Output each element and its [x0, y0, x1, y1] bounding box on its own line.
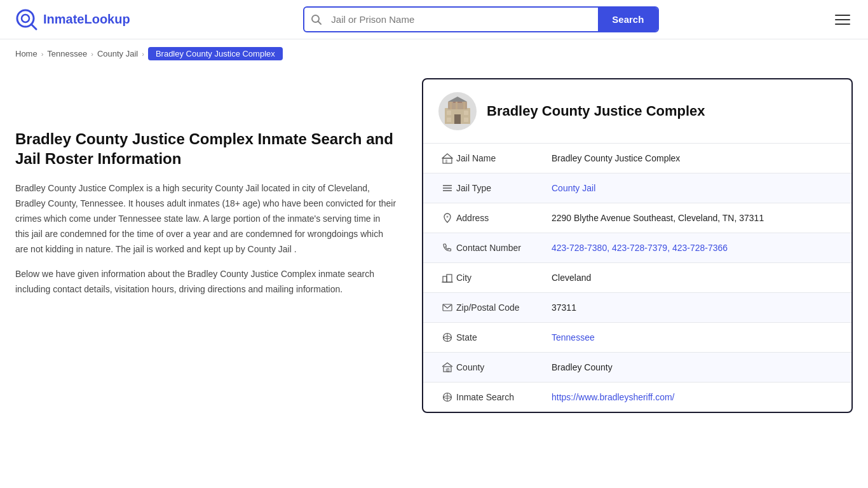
row-icon-inmate-search — [438, 391, 456, 403]
info-rows: Jail Name Bradley County Justice Complex… — [423, 144, 851, 412]
search-button[interactable]: Search — [598, 8, 658, 31]
row-value-zip: 37311 — [552, 302, 836, 313]
svg-rect-25 — [447, 274, 452, 282]
card-header: Bradley County Justice Complex — [423, 79, 851, 144]
row-label-address: Address — [456, 213, 552, 223]
row-label-contact: Contact Number — [456, 243, 552, 253]
row-value-contact: 423-728-7380, 423-728-7379, 423-728-7366 — [552, 243, 836, 253]
menu-line-2 — [835, 19, 850, 20]
svg-rect-11 — [464, 111, 468, 115]
row-label-state: State — [456, 332, 552, 342]
logo-text: InmateLookup — [43, 12, 130, 27]
info-row-inmate-search: Inmate Search https://www.bradleysheriff… — [423, 383, 851, 412]
jail-building-icon — [442, 95, 473, 127]
info-value-address: 2290 Blythe Avenue Southeast, Cleveland,… — [552, 213, 764, 223]
svg-marker-8 — [448, 97, 467, 102]
breadcrumb-county-jail[interactable]: County Jail — [97, 49, 138, 58]
row-label-inmate-search: Inmate Search — [456, 392, 552, 402]
row-label-jail-name: Jail Name — [456, 153, 552, 163]
row-label-city: City — [456, 273, 552, 283]
row-label-county: County — [456, 362, 552, 372]
logo-link[interactable]: InmateLookup — [15, 8, 130, 31]
svg-marker-18 — [442, 154, 452, 158]
card-title: Bradley County Justice Complex — [487, 103, 705, 119]
description-para-1: Bradley County Justice Complex is a high… — [15, 181, 397, 257]
row-value-jail-name: Bradley County Justice Complex — [552, 153, 836, 163]
info-value-city: Cleveland — [552, 273, 591, 283]
info-value-link-contact[interactable]: 423-728-7380, 423-728-7379, 423-728-7366 — [552, 243, 728, 253]
svg-rect-12 — [447, 118, 451, 122]
menu-button[interactable] — [832, 12, 853, 27]
left-column: Bradley County Justice Complex Inmate Se… — [15, 78, 422, 413]
description-para-2: Below we have given information about th… — [15, 267, 397, 297]
info-row-state: State Tennessee — [423, 323, 851, 353]
info-row-address: Address 2290 Blythe Avenue Southeast, Cl… — [423, 203, 851, 233]
row-icon-jail-name — [438, 152, 456, 164]
svg-point-23 — [447, 216, 449, 218]
info-row-city: City Cleveland — [423, 263, 851, 293]
svg-rect-9 — [454, 114, 461, 124]
svg-rect-24 — [443, 276, 447, 282]
row-value-city: Cleveland — [552, 273, 836, 283]
breadcrumb-sep-1: › — [41, 50, 44, 58]
breadcrumb-sep-2: › — [91, 50, 93, 58]
breadcrumb-tennessee[interactable]: Tennessee — [47, 49, 87, 58]
info-row-county: County Bradley County — [423, 353, 851, 383]
menu-line-3 — [835, 24, 850, 25]
row-icon-county — [438, 362, 456, 373]
search-wrapper: Search — [303, 6, 659, 32]
svg-rect-32 — [447, 369, 449, 372]
logo-icon — [15, 8, 38, 31]
svg-rect-15 — [463, 102, 465, 109]
info-value-link-inmate-search[interactable]: https://www.bradleysheriff.com/ — [552, 392, 674, 402]
row-icon-state — [438, 332, 456, 343]
info-value-zip: 37311 — [552, 302, 576, 313]
search-area: Search — [303, 6, 659, 32]
row-value-inmate-search: https://www.bradleysheriff.com/ — [552, 392, 836, 402]
info-value-county: Bradley County — [552, 362, 613, 372]
info-row-jail-name: Jail Name Bradley County Justice Complex — [423, 144, 851, 173]
row-label-zip: Zip/Postal Code — [456, 302, 552, 313]
search-icon — [304, 14, 329, 25]
svg-rect-16 — [456, 102, 458, 109]
svg-line-2 — [31, 24, 36, 29]
breadcrumb: Home › Tennessee › County Jail › Bradley… — [0, 39, 868, 68]
svg-rect-10 — [447, 111, 451, 115]
info-card: Bradley County Justice Complex Jail Name… — [422, 78, 853, 413]
breadcrumb-home[interactable]: Home — [15, 49, 37, 58]
svg-rect-13 — [464, 118, 468, 122]
info-row-zip: Zip/Postal Code 37311 — [423, 293, 851, 323]
svg-point-1 — [22, 15, 29, 22]
main-content: Bradley County Justice Complex Inmate Se… — [0, 68, 868, 438]
row-value-address: 2290 Blythe Avenue Southeast, Cleveland,… — [552, 213, 836, 223]
info-value-link-state[interactable]: Tennessee — [552, 332, 595, 342]
breadcrumb-current: Bradley County Justice Complex — [148, 47, 283, 60]
row-icon-city — [438, 272, 456, 283]
row-value-county: Bradley County — [552, 362, 836, 372]
info-value-link-jail-type[interactable]: County Jail — [552, 183, 595, 193]
info-value-jail-name: Bradley County Justice Complex — [552, 153, 680, 163]
svg-rect-19 — [445, 159, 447, 163]
site-header: InmateLookup Search — [0, 0, 868, 39]
menu-line-1 — [835, 15, 850, 16]
jail-avatar — [438, 92, 477, 130]
row-value-state: Tennessee — [552, 332, 836, 342]
row-label-jail-type: Jail Type — [456, 183, 552, 193]
search-input[interactable] — [329, 8, 598, 31]
breadcrumb-sep-3: › — [142, 50, 144, 58]
page-title: Bradley County Justice Complex Inmate Se… — [15, 129, 397, 168]
row-icon-zip — [438, 302, 456, 313]
svg-rect-14 — [450, 102, 452, 109]
row-icon-address — [438, 212, 456, 224]
row-icon-jail-type — [438, 182, 456, 194]
row-value-jail-type: County Jail — [552, 183, 836, 193]
right-column: Bradley County Justice Complex Jail Name… — [422, 78, 853, 413]
info-row-contact: Contact Number 423-728-7380, 423-728-737… — [423, 233, 851, 263]
info-row-jail-type: Jail Type County Jail — [423, 173, 851, 203]
svg-line-4 — [318, 21, 322, 24]
row-icon-contact — [438, 242, 456, 254]
